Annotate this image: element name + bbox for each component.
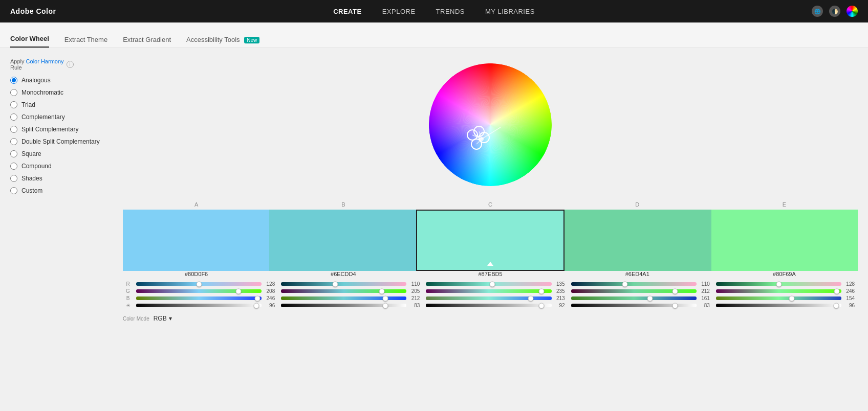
slider-track-B-1[interactable] xyxy=(281,296,406,300)
slider-thumb-G-0[interactable] xyxy=(236,288,242,294)
color-wheel-container[interactable] xyxy=(424,58,557,191)
swatches-section: A B C D E #80D0F6#6ECDD4#87EBD5#6ED4A1#8… xyxy=(123,201,858,310)
swatch-label-d: D xyxy=(564,201,711,210)
color-mode-select[interactable]: RGB ▾ xyxy=(154,315,172,322)
color-wheel-svg[interactable] xyxy=(424,58,557,191)
slider-track-G-4[interactable] xyxy=(716,289,841,293)
tab-extract-gradient[interactable]: Extract Gradient xyxy=(123,31,171,48)
slider-val-R-2: 135 xyxy=(554,281,565,287)
slider-val-☀-2: 92 xyxy=(554,303,565,308)
tab-extract-theme[interactable]: Extract Theme xyxy=(64,31,107,48)
slider-thumb-G-1[interactable] xyxy=(379,288,385,294)
slider-track-G-3[interactable] xyxy=(571,289,697,293)
center-area: A B C D E #80D0F6#6ECDD4#87EBD5#6ED4A1#8… xyxy=(123,58,858,322)
slider-track-R-4[interactable] xyxy=(716,282,841,286)
nav-mylibraries[interactable]: MY LIBRARIES xyxy=(485,8,535,15)
chevron-down-icon: ▾ xyxy=(169,315,172,322)
slider-thumb-B-3[interactable] xyxy=(647,295,653,301)
nav-trends[interactable]: TRENDS xyxy=(436,8,465,15)
slider-wrap-B-3: 161 xyxy=(568,295,713,301)
slider-thumb-R-1[interactable] xyxy=(332,281,338,287)
slider-track-B-2[interactable] xyxy=(426,296,551,300)
slider-thumb-R-3[interactable] xyxy=(622,281,628,287)
color-circle-icon[interactable] xyxy=(847,6,858,17)
swatch-1[interactable] xyxy=(269,210,416,271)
hex-value-3: #6ED4A1 xyxy=(564,271,711,277)
moon-icon[interactable]: 🌓 xyxy=(829,6,840,17)
slider-wrap-B-0: 246 xyxy=(133,295,278,301)
top-nav: Adobe Color CREATE EXPLORE TRENDS MY LIB… xyxy=(0,0,868,22)
slider-thumb-G-3[interactable] xyxy=(672,288,678,294)
slider-val-☀-4: 96 xyxy=(843,303,855,308)
slider-label-☀: ☀ xyxy=(123,303,133,308)
slider-thumb-R-2[interactable] xyxy=(490,281,495,287)
new-badge: New xyxy=(244,37,259,43)
slider-track-☀-3[interactable] xyxy=(571,304,697,307)
swatch-4[interactable] xyxy=(711,210,858,271)
radio-shades[interactable]: Shades xyxy=(10,175,113,182)
slider-track-G-2[interactable] xyxy=(426,289,551,293)
slider-thumb-B-0[interactable] xyxy=(254,295,260,301)
slider-track-☀-4[interactable] xyxy=(716,304,841,307)
radio-double-split-complementary[interactable]: Double Split Complementary xyxy=(10,138,113,145)
slider-wrap-☀-2: 92 xyxy=(423,303,568,308)
tab-accessibility-tools[interactable]: Accessibility Tools New xyxy=(186,31,259,48)
slider-track-G-0[interactable] xyxy=(136,289,262,293)
radio-split-complementary[interactable]: Split Complementary xyxy=(10,126,113,133)
slider-wrap-☀-4: 96 xyxy=(713,303,858,308)
slider-thumb-☀-1[interactable] xyxy=(382,303,388,308)
slider-track-R-0[interactable] xyxy=(136,282,262,286)
radio-custom[interactable]: Custom xyxy=(10,187,113,194)
radio-complementary[interactable]: Complementary xyxy=(10,113,113,121)
slider-val-G-3: 212 xyxy=(699,288,710,294)
radio-analogous[interactable]: Analogous xyxy=(10,77,113,84)
slider-val-G-1: 205 xyxy=(408,288,420,294)
slider-track-B-0[interactable] xyxy=(136,296,262,300)
slider-thumb-G-4[interactable] xyxy=(834,288,840,294)
slider-thumb-B-2[interactable] xyxy=(528,295,534,301)
slider-thumb-☀-4[interactable] xyxy=(834,303,839,308)
slider-thumb-G-2[interactable] xyxy=(539,288,545,294)
swatch-0[interactable] xyxy=(123,210,269,271)
slider-track-R-3[interactable] xyxy=(571,282,697,286)
slider-thumb-☀-0[interactable] xyxy=(254,303,259,308)
swatch-2[interactable] xyxy=(416,210,565,271)
slider-wrap-R-3: 110 xyxy=(568,281,713,287)
slider-track-R-1[interactable] xyxy=(281,282,406,286)
slider-wrap-☀-3: 83 xyxy=(568,303,713,308)
slider-thumb-R-4[interactable] xyxy=(776,281,782,287)
slider-track-☀-0[interactable] xyxy=(136,304,262,307)
nav-explore[interactable]: EXPLORE xyxy=(382,8,416,15)
radio-compound[interactable]: Compound xyxy=(10,163,113,170)
slider-track-G-1[interactable] xyxy=(281,289,406,293)
sliders-group-G: 208205235212246 xyxy=(133,288,858,294)
slider-track-☀-2[interactable] xyxy=(426,304,551,307)
slider-thumb-B-1[interactable] xyxy=(383,295,388,301)
radio-triad[interactable]: Triad xyxy=(10,101,113,108)
hex-value-0: #80D0F6 xyxy=(123,271,270,277)
radio-monochromatic[interactable]: Monochromatic xyxy=(10,89,113,96)
nav-create[interactable]: CREATE xyxy=(333,8,361,15)
slider-wrap-☀-0: 96 xyxy=(133,303,278,308)
slider-wrap-B-1: 212 xyxy=(278,295,423,301)
slider-track-☀-1[interactable] xyxy=(281,304,406,307)
slider-track-B-3[interactable] xyxy=(571,296,697,300)
slider-val-B-4: 154 xyxy=(843,295,855,301)
slider-thumb-R-0[interactable] xyxy=(197,281,202,287)
slider-thumb-☀-3[interactable] xyxy=(672,303,678,308)
info-icon[interactable]: i xyxy=(67,61,74,68)
radio-square[interactable]: Square xyxy=(10,150,113,157)
tab-color-wheel[interactable]: Color Wheel xyxy=(10,30,49,48)
globe-icon[interactable]: 🌐 xyxy=(812,6,823,17)
slider-val-B-1: 212 xyxy=(408,295,420,301)
slider-thumb-B-4[interactable] xyxy=(789,295,794,301)
slider-val-R-4: 128 xyxy=(843,281,855,287)
slider-thumb-☀-2[interactable] xyxy=(538,303,544,308)
swatch-3[interactable] xyxy=(565,210,711,271)
sidebar: Apply Color HarmonyRule i Analogous Mono… xyxy=(10,58,113,322)
slider-wrap-B-4: 154 xyxy=(713,295,858,301)
swatch-label-e: E xyxy=(711,201,858,210)
slider-track-R-2[interactable] xyxy=(426,282,551,286)
slider-track-B-4[interactable] xyxy=(716,296,841,300)
harmony-rule-label: Apply Color HarmonyRule i xyxy=(10,58,113,71)
